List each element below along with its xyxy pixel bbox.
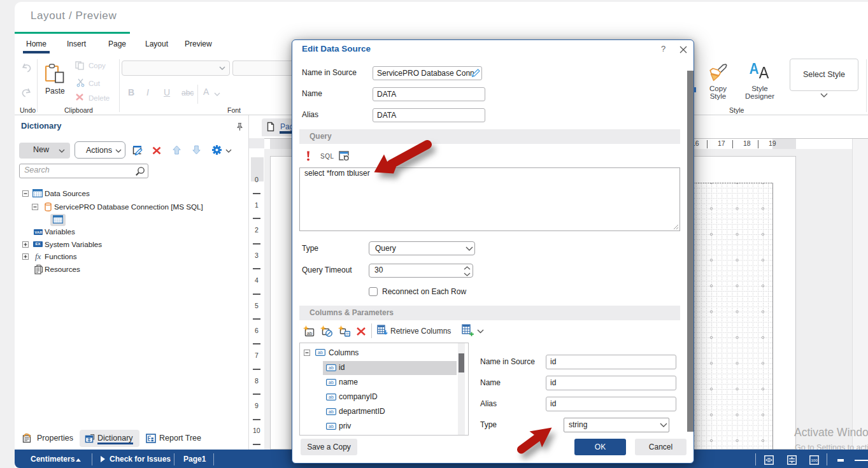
svg-text:ab: ab bbox=[329, 395, 334, 399]
svg-text:ab: ab bbox=[329, 380, 334, 385]
svg-text:ab: ab bbox=[318, 350, 323, 355]
svg-text:100: 100 bbox=[811, 458, 818, 462]
svg-text:ab: ab bbox=[329, 409, 334, 414]
svg-text:ab: ab bbox=[307, 330, 312, 336]
svg-text:[?]: [?] bbox=[345, 332, 350, 336]
svg-text:ab: ab bbox=[329, 424, 334, 429]
svg-text:ab: ab bbox=[329, 365, 334, 370]
